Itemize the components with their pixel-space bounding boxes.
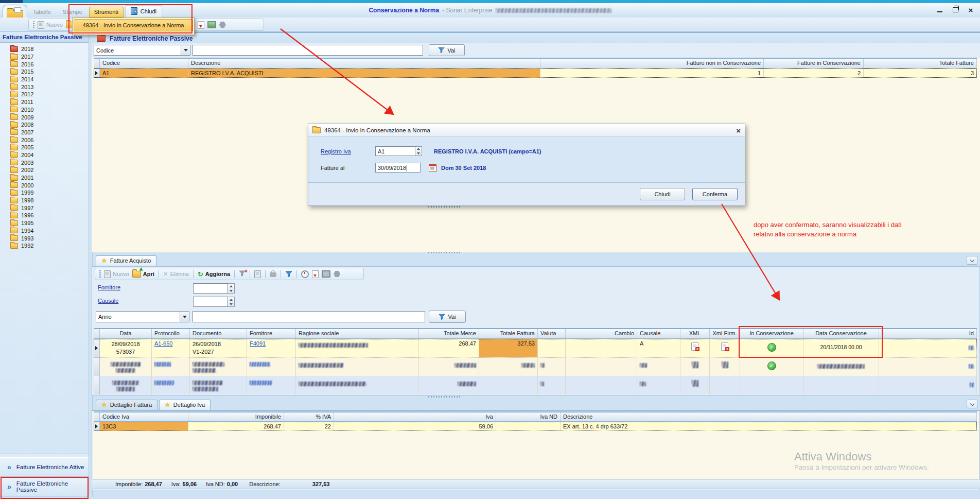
- year-item[interactable]: 2014: [10, 76, 89, 83]
- menu-stampe[interactable]: Stampe: [58, 7, 87, 18]
- year-item[interactable]: 2003: [10, 159, 89, 166]
- col-codice[interactable]: Codice: [100, 59, 188, 68]
- col-perc-iva[interactable]: % IVA: [284, 412, 334, 421]
- causale-input[interactable]: [193, 297, 228, 307]
- acq-apri-button[interactable]: Apri: [132, 271, 154, 278]
- year-item[interactable]: 2007: [10, 129, 89, 136]
- year-item[interactable]: 2011: [10, 98, 89, 106]
- nav-fatture-elettroniche-attive[interactable]: » Fatture Elettroniche Attive: [0, 457, 89, 477]
- year-item[interactable]: 2000: [10, 181, 89, 189]
- col-data[interactable]: Data: [100, 329, 152, 338]
- acq-aggiorna-button[interactable]: ↻ Aggiorna: [198, 271, 230, 278]
- col-protocollo[interactable]: Protocollo: [152, 329, 190, 338]
- hexagon-icon[interactable]: [334, 271, 340, 277]
- year-item[interactable]: 2008: [10, 121, 89, 129]
- anno-search-input[interactable]: [192, 311, 425, 322]
- year-item[interactable]: 1993: [10, 234, 89, 242]
- year-item[interactable]: 1998: [10, 197, 89, 204]
- year-item[interactable]: 1996: [10, 212, 89, 219]
- xml-file-icon[interactable]: [691, 342, 698, 351]
- col-totale-fatture[interactable]: Totale Fatture: [864, 59, 977, 68]
- year-item[interactable]: 2001: [10, 174, 89, 182]
- col-ragione-sociale[interactable]: Ragione sociale: [296, 329, 419, 338]
- nav-fatture-elettroniche-passive[interactable]: » Fatture Elettroniche Passive: [0, 477, 89, 496]
- bag-icon[interactable]: [270, 272, 276, 277]
- invoice-row-redacted[interactable]: ✓: [94, 357, 977, 376]
- registro-iva-input[interactable]: A1: [375, 146, 415, 156]
- registro-iva-spinner[interactable]: [415, 146, 422, 156]
- id-link-redacted[interactable]: [969, 346, 974, 350]
- monitor-icon[interactable]: [322, 270, 330, 278]
- year-item[interactable]: 2009: [10, 113, 89, 121]
- export-document-icon[interactable]: [312, 270, 319, 278]
- col-totale-merce[interactable]: Totale Merce: [419, 329, 479, 338]
- year-item-2018[interactable]: 2018: [10, 45, 89, 53]
- chevron-down-icon[interactable]: [180, 312, 189, 322]
- year-item[interactable]: 2005: [10, 144, 89, 151]
- col-codice-iva[interactable]: Codice Iva: [100, 412, 188, 421]
- acquisto-vai-button[interactable]: Vai: [429, 311, 466, 323]
- col-xml[interactable]: XML: [680, 329, 710, 338]
- menu-item-invio-conservazione[interactable]: 49364 - Invio in Conservazione a Norma: [74, 19, 193, 31]
- fornitore-input[interactable]: [193, 283, 228, 294]
- year-item[interactable]: 2013: [10, 83, 89, 91]
- fornitore-link[interactable]: F4091: [250, 340, 266, 347]
- clock-icon[interactable]: [301, 270, 309, 278]
- minimize-button[interactable]: [935, 5, 945, 14]
- close-button[interactable]: ×: [966, 5, 976, 14]
- col-fatture-in-conservazione[interactable]: Fatture in Conservazione: [764, 59, 864, 68]
- col-iva[interactable]: Iva: [334, 412, 496, 421]
- sidebar-splitter[interactable]: [0, 454, 89, 457]
- iva-row-13c3[interactable]: 13C3 268,47 22 59,06 EX art. 13 c. 4 drp…: [94, 422, 977, 431]
- dialog-titlebar[interactable]: 49364 - Invio in Conservazione a Norma ×: [308, 124, 745, 137]
- menu-tabelle[interactable]: Tabelle: [28, 7, 56, 18]
- year-item[interactable]: 1992: [10, 242, 89, 250]
- col-data-conservazione[interactable]: Data Conservazione: [803, 329, 879, 338]
- tab-dettaglio-fattura[interactable]: ★ Dettaglio Fattura: [96, 400, 157, 410]
- anno-select[interactable]: Anno: [96, 311, 189, 322]
- hexagon-icon[interactable]: [219, 22, 226, 28]
- dialog-conferma-button[interactable]: Conferma: [692, 188, 738, 200]
- splitter-grip[interactable]: [428, 206, 460, 208]
- export-document-icon[interactable]: [198, 21, 204, 29]
- dettaglio-collapse-button[interactable]: [967, 400, 977, 408]
- col-xml-firm[interactable]: Xml Firm.: [710, 329, 740, 338]
- col-descrizione-iva[interactable]: Descrizione: [561, 412, 977, 421]
- registro-iva-label[interactable]: Registro Iva: [321, 148, 351, 154]
- toolbar-grip[interactable]: [33, 21, 34, 29]
- restore-button[interactable]: [950, 5, 960, 14]
- calendar-icon[interactable]: [429, 164, 436, 172]
- col-cambio[interactable]: Cambio: [566, 329, 637, 338]
- dialog-close-icon[interactable]: ×: [736, 127, 741, 134]
- col-fornitore[interactable]: Fornitore: [247, 329, 296, 338]
- menu-strumenti[interactable]: Strumenti: [89, 7, 124, 18]
- registry-search-input[interactable]: [192, 45, 423, 56]
- col-iva-nd[interactable]: Iva ND: [496, 412, 561, 421]
- year-item[interactable]: 2012: [10, 91, 89, 98]
- acquisto-collapse-button[interactable]: [967, 256, 977, 265]
- clear-filter-icon[interactable]: [239, 270, 246, 278]
- fornitore-label[interactable]: Fornitore: [98, 284, 120, 290]
- col-valuta[interactable]: Valuta: [538, 329, 566, 338]
- filter-funnel-icon[interactable]: [285, 271, 292, 278]
- registry-vai-button[interactable]: Vai: [429, 44, 465, 56]
- invoice-row-redacted[interactable]: [94, 376, 977, 394]
- acq-nuovo-button[interactable]: Nuovo: [104, 270, 129, 278]
- acq-elimina-button[interactable]: ✕ Elimina: [163, 271, 189, 277]
- col-imponibile[interactable]: Imponibile: [188, 412, 284, 421]
- menu-chiudi[interactable]: Chiudi: [125, 5, 162, 18]
- col-descrizione[interactable]: Descrizione: [188, 59, 540, 68]
- causale-spinner[interactable]: [228, 297, 235, 307]
- col-in-conservazione[interactable]: In Conservazione: [740, 329, 803, 338]
- search-field-select[interactable]: Codice: [94, 45, 190, 56]
- document-icon[interactable]: [254, 270, 261, 278]
- nuovo-button-top[interactable]: Nuovo: [38, 21, 63, 29]
- col-causale[interactable]: Causale: [637, 329, 680, 338]
- toolbar-grip[interactable]: [99, 270, 101, 278]
- year-item[interactable]: 2017: [10, 53, 89, 61]
- xml-signed-file-icon[interactable]: [721, 342, 728, 351]
- fornitore-spinner[interactable]: [228, 283, 235, 294]
- tab-dettaglio-iva[interactable]: ★ Dettaglio Iva: [159, 400, 211, 410]
- year-item[interactable]: 2004: [10, 151, 89, 159]
- year-item[interactable]: 1994: [10, 227, 89, 235]
